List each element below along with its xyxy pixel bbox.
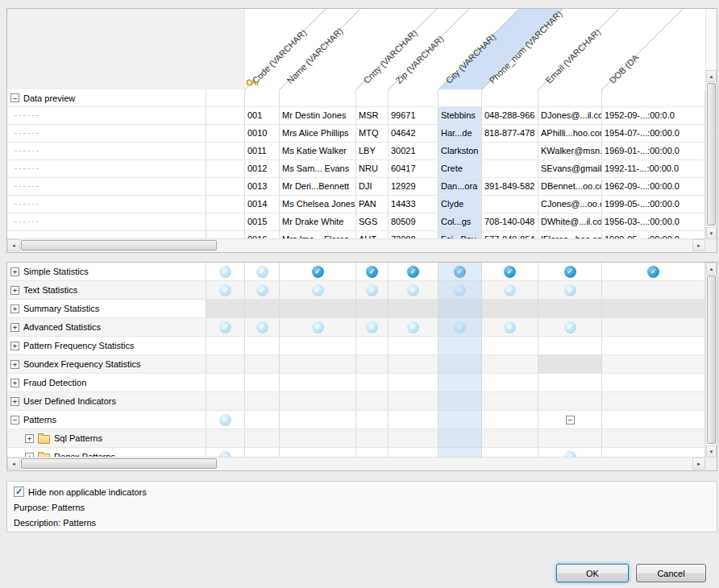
indicator-cell[interactable] — [245, 374, 280, 391]
indicator-cell[interactable] — [482, 392, 538, 410]
indicator-cell[interactable] — [602, 411, 705, 429]
indicator-row[interactable]: +Advanced Statistics✓✓✓✓✓✓✓✓ — [7, 318, 705, 337]
indicator-cell[interactable] — [245, 392, 280, 410]
check-icon[interactable]: ✓ — [256, 321, 268, 333]
collapse-toggle[interactable]: − — [10, 93, 19, 102]
check-icon[interactable]: ✓ — [504, 266, 516, 278]
check-icon[interactable]: ✓ — [407, 266, 419, 278]
indicator-row[interactable]: +Summary Statistics — [7, 300, 705, 318]
indicator-cell[interactable]: ✓ — [245, 263, 280, 280]
indicator-cell[interactable] — [438, 355, 482, 373]
column-header-email[interactable]: Email (VARCHAR) — [544, 27, 603, 85]
check-icon[interactable]: ✓ — [647, 266, 659, 278]
indicator-cell[interactable] — [280, 429, 356, 447]
indicator-cell[interactable]: ✓ — [482, 318, 538, 336]
indicator-cell[interactable] — [280, 300, 356, 317]
expand-toggle[interactable]: + — [10, 304, 19, 313]
indicator-cell[interactable] — [538, 429, 602, 447]
indicator-cell[interactable]: ✓ — [482, 281, 538, 299]
check-icon[interactable]: ✓ — [256, 284, 268, 296]
indicator-cell[interactable] — [482, 355, 538, 373]
indicator-cell[interactable]: ✓ — [356, 318, 389, 336]
indicator-cell[interactable]: ✓ — [206, 318, 245, 336]
indicator-cell[interactable]: ✓ — [602, 263, 705, 280]
indicator-cell[interactable]: ✓ — [389, 318, 438, 336]
check-icon[interactable]: ✓ — [564, 266, 576, 278]
indicator-cell[interactable]: − — [538, 411, 602, 429]
check-icon[interactable]: ✓ — [454, 284, 466, 296]
indicator-cell[interactable]: ✓ — [438, 318, 482, 336]
indicator-cell[interactable] — [438, 392, 482, 410]
preview-row[interactable]: 0013Mr Deri...BennettDJI12929Dan...ora39… — [7, 178, 705, 196]
preview-row[interactable]: 0015Mr Drake WhiteSGS80509Col...gs708-14… — [7, 213, 705, 231]
indicator-cell[interactable] — [389, 392, 438, 410]
indicator-cell[interactable] — [280, 355, 356, 373]
expand-toggle[interactable]: + — [10, 397, 19, 406]
indicator-cell[interactable] — [482, 411, 538, 429]
check-icon[interactable]: ✓ — [407, 284, 419, 296]
check-icon[interactable]: ✓ — [219, 321, 231, 333]
indicator-cell[interactable] — [245, 429, 280, 447]
check-icon[interactable]: ✓ — [219, 284, 231, 296]
indicator-cell[interactable] — [602, 281, 705, 299]
indicator-cell[interactable]: ✓ — [538, 318, 602, 336]
check-icon[interactable]: ✓ — [312, 266, 324, 278]
indicator-cell[interactable] — [280, 392, 356, 410]
indicator-cell[interactable] — [538, 300, 602, 317]
indicator-cell[interactable] — [482, 337, 538, 354]
indicator-cell[interactable] — [206, 300, 245, 317]
tree-row-data-preview[interactable]: −Data preview — [7, 89, 705, 107]
indicator-cell[interactable]: ✓ — [245, 281, 280, 299]
expand-toggle[interactable]: + — [10, 360, 19, 369]
vertical-scroll-thumb[interactable] — [707, 83, 716, 226]
indicator-cell[interactable] — [206, 429, 245, 447]
indicator-cell[interactable] — [389, 355, 438, 373]
preview-row[interactable]: 0014Ms Chelsea JonesPAN14433ClydeCJones@… — [7, 196, 705, 213]
indicator-cell[interactable]: ✓ — [356, 281, 389, 299]
indicator-cell[interactable] — [482, 300, 538, 317]
indicator-cell[interactable] — [356, 355, 389, 373]
indicator-cell[interactable]: ✓ — [206, 411, 245, 429]
cancel-button[interactable]: Cancel — [636, 564, 706, 582]
vertical-scroll-thumb[interactable] — [707, 275, 716, 444]
indicator-cell[interactable]: ✓ — [245, 318, 280, 336]
check-icon[interactable]: ✓ — [564, 284, 576, 296]
indicator-cell[interactable] — [245, 300, 280, 317]
scroll-up-icon[interactable]: ▲ — [706, 70, 717, 82]
indicator-row[interactable]: +Soundex Frequency Statistics — [7, 355, 705, 374]
indicator-row[interactable]: +Simple Statistics✓✓✓✓✓✓✓✓✓ — [7, 263, 705, 281]
indicator-cell[interactable] — [602, 374, 705, 391]
indicator-cell[interactable] — [538, 374, 602, 391]
indicator-cell[interactable] — [602, 392, 705, 410]
check-icon[interactable]: ✓ — [312, 321, 324, 333]
preview-horizontal-scrollbar[interactable]: ◄ ► — [7, 238, 705, 252]
indicator-cell[interactable] — [482, 374, 538, 391]
check-icon[interactable]: ✓ — [407, 321, 419, 333]
indicator-vertical-scrollbar[interactable]: ▲ ▼ — [705, 263, 717, 458]
indicator-cell[interactable] — [245, 355, 280, 373]
indicator-cell[interactable]: ✓ — [438, 263, 482, 280]
indicator-cell[interactable] — [602, 300, 705, 317]
scroll-right-icon[interactable]: ► — [692, 239, 705, 251]
preview-row[interactable]: 0011Ms Katie WalkerLBY30021ClarkstonKWal… — [7, 143, 705, 160]
indicator-cell[interactable]: ✓ — [389, 281, 438, 299]
check-icon[interactable]: ✓ — [256, 266, 268, 278]
indicator-cell[interactable]: ✓ — [389, 263, 438, 280]
indicator-cell[interactable] — [538, 392, 602, 410]
indicator-cell[interactable] — [438, 411, 482, 429]
indicator-cell[interactable] — [356, 429, 389, 447]
indicator-row[interactable]: +Text Statistics✓✓✓✓✓✓✓✓ — [7, 281, 705, 300]
ok-button[interactable]: OK — [556, 564, 629, 582]
indicator-row[interactable]: +Fraud Detection — [7, 374, 705, 392]
indicator-cell[interactable] — [538, 337, 602, 354]
scroll-down-icon[interactable]: ▼ — [706, 227, 717, 239]
indicator-cell[interactable]: ✓ — [438, 281, 482, 299]
check-icon[interactable]: ✓ — [366, 284, 378, 296]
indicator-cell[interactable] — [602, 429, 705, 447]
indicator-cell[interactable] — [206, 355, 245, 373]
indicator-cell[interactable] — [280, 411, 356, 429]
indicator-cell[interactable] — [280, 337, 356, 354]
check-icon[interactable]: ✓ — [219, 414, 231, 426]
indicator-cell[interactable]: ✓ — [482, 263, 538, 280]
indicator-cell[interactable]: ✓ — [280, 263, 356, 280]
